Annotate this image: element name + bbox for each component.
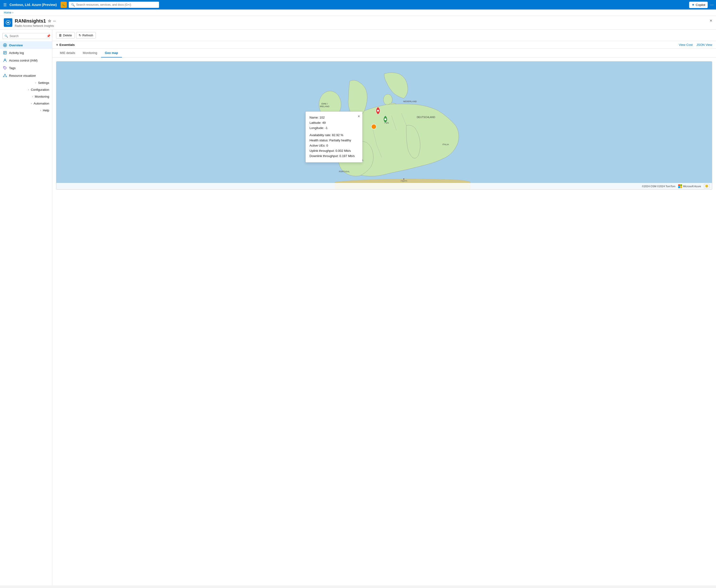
refresh-button[interactable]: ↻ Refresh	[76, 32, 96, 39]
bug-icon: 🐛	[61, 2, 67, 8]
sidebar-item-access-control[interactable]: Access control (IAM)	[0, 57, 52, 64]
json-view-link[interactable]: JSON View	[696, 43, 712, 46]
tabs-bar: MIE details Monitoring Geo map	[52, 49, 716, 58]
svg-text:NEDERLAND: NEDERLAND	[403, 100, 417, 103]
svg-point-9	[4, 67, 4, 67]
refresh-icon: ↻	[79, 34, 81, 37]
page-close-icon[interactable]: ×	[710, 18, 712, 23]
activity-log-icon	[3, 50, 7, 55]
svg-point-35	[403, 178, 405, 180]
global-search-input[interactable]	[76, 3, 157, 6]
map-footer: ©2024 OSM ©2024 TomTom Microsoft Azure 🙂	[56, 183, 712, 189]
favorite-star-icon[interactable]: ☆	[48, 19, 51, 23]
svg-point-8	[4, 59, 6, 60]
map-popup: × Name: 102 Latitude: 49 Longitude: -1 A…	[305, 111, 363, 163]
sidebar-item-settings[interactable]: › Settings	[0, 79, 52, 86]
delete-icon: 🗑	[59, 34, 62, 37]
popup-availability-label: Availability rate:	[309, 133, 331, 137]
popup-downlink-label: Downlink throughput:	[309, 154, 339, 158]
search-icon: 🔍	[71, 3, 75, 7]
svg-text:IRELAND: IRELAND	[320, 105, 329, 108]
view-cost-link[interactable]: View Cost	[679, 43, 693, 46]
pin-icon[interactable]: 📌	[46, 34, 50, 38]
popup-downlink-row: Downlink throughput: 0.197 Mb/s	[309, 153, 359, 159]
map-copyright: ©2024 OSM ©2024 TomTom	[642, 185, 675, 188]
help-chevron-icon: ›	[40, 109, 41, 112]
sidebar-label-activity-log: Activity log	[9, 51, 24, 55]
delete-label: Delete	[63, 34, 72, 37]
popup-longitude-label: Longitude:	[309, 126, 324, 130]
global-search-box[interactable]: 🔍	[69, 2, 159, 8]
copilot-button[interactable]: ✦ Copilot	[689, 2, 708, 8]
page-header-ellipsis-icon[interactable]: ···	[53, 19, 56, 23]
popup-latitude-label: Latitude:	[309, 121, 321, 125]
svg-point-32	[377, 110, 379, 112]
sidebar-search-input[interactable]	[9, 35, 45, 38]
copilot-label: Copilot	[696, 3, 705, 7]
sidebar-label-access-control: Access control (IAM)	[9, 59, 38, 62]
app-title: Contoso, Ltd. Azure (Preview)	[9, 3, 57, 7]
hamburger-menu[interactable]: ☰	[2, 2, 7, 8]
svg-point-12	[6, 76, 7, 77]
popup-close-icon[interactable]: ×	[358, 113, 360, 120]
sidebar-label-resource-visualizer: Resource visualizer	[9, 74, 36, 78]
svg-text:ÉIRE /: ÉIRE /	[321, 103, 328, 105]
svg-point-3	[4, 44, 6, 46]
popup-active-ues-row: Active UEs: 0	[309, 143, 359, 148]
tab-mie-details[interactable]: MIE details	[56, 49, 79, 58]
map-smiley-icon[interactable]: 🙂	[704, 184, 710, 188]
sidebar: 🔍 📌 « Overview Activity log Acc	[0, 30, 52, 585]
essentials-chevron-icon[interactable]: ∨	[56, 43, 58, 46]
microsoft-azure-logo: Microsoft Azure	[678, 184, 701, 188]
popup-longitude-row: Longitude: -1	[309, 125, 359, 131]
sidebar-item-monitoring[interactable]: › Monitoring	[0, 93, 52, 100]
copilot-icon: ✦	[692, 3, 695, 7]
svg-point-10	[4, 74, 5, 75]
sidebar-item-activity-log[interactable]: Activity log	[0, 49, 52, 57]
sidebar-item-tags[interactable]: Tags	[0, 64, 52, 72]
popup-health-row: Health status: Partially healthy	[309, 138, 359, 143]
essentials-left: ∨ Essentials	[56, 43, 75, 46]
svg-line-14	[5, 75, 6, 76]
azure-label: Microsoft Azure	[683, 185, 701, 188]
sidebar-label-overview: Overview	[9, 43, 23, 47]
popup-name-label: Name:	[309, 116, 319, 119]
tab-geo-map[interactable]: Geo map	[101, 49, 122, 58]
svg-point-11	[3, 76, 4, 77]
settings-chevron-icon: ›	[36, 82, 36, 84]
sidebar-item-help[interactable]: › Help	[0, 107, 52, 114]
sidebar-item-overview[interactable]: Overview	[0, 41, 52, 49]
delete-button[interactable]: 🗑 Delete	[56, 32, 75, 39]
essentials-right: View Cost JSON View	[679, 43, 712, 46]
svg-line-13	[4, 75, 5, 76]
sidebar-item-resource-visualizer[interactable]: Resource visualizer	[0, 72, 52, 79]
svg-text:DEUTSCHLAND: DEUTSCHLAND	[417, 116, 435, 119]
automation-chevron-icon: ›	[31, 102, 32, 105]
breadcrumb-separator: ›	[12, 11, 13, 14]
popup-uplink-row: Uplink throughput: 0.002 Mb/s	[309, 148, 359, 153]
sidebar-item-configuration[interactable]: › Configuration	[0, 86, 52, 93]
sidebar-search-box[interactable]: 🔍 📌 «	[2, 33, 50, 39]
popup-health-label: Health status:	[309, 139, 329, 142]
svg-text:Algiers: Algiers	[401, 180, 407, 182]
sidebar-label-help: Help	[43, 109, 49, 112]
page-header-text: RANInsights1 ☆ ··· Radio Access Network …	[15, 18, 710, 27]
popup-uplink-label: Uplink throughput:	[309, 149, 335, 152]
tags-icon	[3, 66, 7, 70]
sidebar-label-settings: Settings	[38, 81, 49, 85]
sidebar-label-tags: Tags	[9, 66, 16, 70]
ms-flag-icon	[678, 184, 682, 188]
breadcrumb-home[interactable]: Home	[4, 11, 12, 14]
overview-icon	[3, 43, 7, 47]
essentials-bar: ∨ Essentials View Cost JSON View	[52, 41, 716, 49]
content-area: 🗑 Delete ↻ Refresh ∨ Essentials View Cos…	[52, 30, 716, 585]
sidebar-item-automation[interactable]: › Automation	[0, 100, 52, 107]
page-header: RANInsights1 ☆ ··· Radio Access Network …	[0, 16, 716, 30]
toolbar: 🗑 Delete ↻ Refresh	[52, 30, 716, 41]
topbar-more-icon[interactable]: ···	[710, 2, 714, 7]
topbar-right: ✦ Copilot ···	[689, 2, 714, 8]
tab-monitoring[interactable]: Monitoring	[79, 49, 101, 58]
popup-active-ues-label: Active UEs:	[309, 144, 325, 147]
sidebar-search-icon: 🔍	[4, 35, 8, 38]
page-title-row: RANInsights1 ☆ ···	[15, 18, 710, 24]
